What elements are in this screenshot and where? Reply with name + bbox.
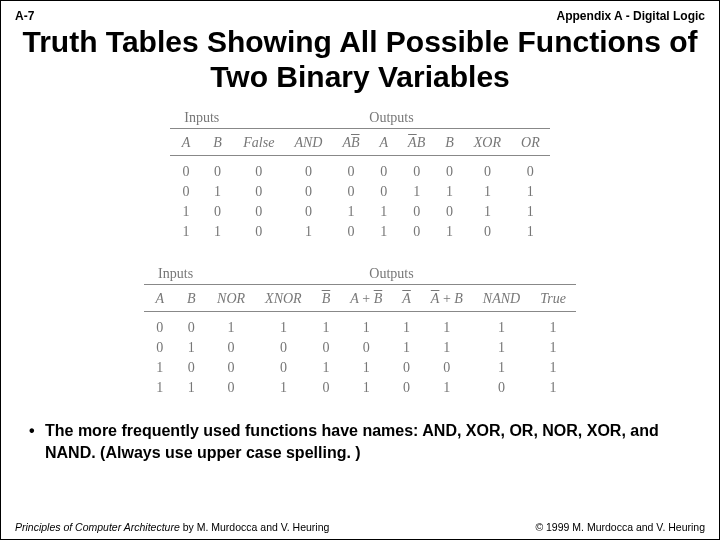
truth-tables: Inputs Outputs A B False AND AB A AB B X… <box>1 104 719 406</box>
truth-table-1: Inputs Outputs A B False AND AB A AB B X… <box>170 108 549 242</box>
col-B: B <box>176 285 208 312</box>
col-a-notb: AB <box>332 129 369 156</box>
col-notb: B <box>312 285 341 312</box>
table-row: 00 11111111 <box>144 312 576 339</box>
table-row: 11 01010101 <box>144 378 576 398</box>
group-inputs: Inputs <box>144 264 207 285</box>
page-number: A-7 <box>15 9 34 23</box>
table1-body: 00 00000000 01 00001111 10 00110011 11 0… <box>170 156 549 243</box>
group-outputs: Outputs <box>207 264 576 285</box>
col-xnor: XNOR <box>255 285 312 312</box>
col-nand: NAND <box>473 285 530 312</box>
col-nor: NOR <box>207 285 255 312</box>
col-A: A <box>144 285 176 312</box>
page-title: Truth Tables Showing All Possible Functi… <box>1 23 719 104</box>
table-row: 10 00110011 <box>144 358 576 378</box>
table-row: 11 01010101 <box>170 222 549 242</box>
table-row: 01 00001111 <box>170 182 549 202</box>
col-xor: XOR <box>464 129 511 156</box>
col-or: OR <box>511 129 550 156</box>
slide-header: A-7 Appendix A - Digital Logic <box>1 1 719 23</box>
col-false: False <box>233 129 284 156</box>
col-nota-plus-b: A + B <box>421 285 473 312</box>
table-row: 00 00000000 <box>170 156 549 183</box>
col-a-plus-notb: A + B <box>340 285 392 312</box>
group-outputs: Outputs <box>233 108 549 129</box>
col-and: AND <box>284 129 332 156</box>
table-row: 10 00110011 <box>170 202 549 222</box>
appendix-label: Appendix A - Digital Logic <box>557 9 705 23</box>
table-row: 01 00001111 <box>144 338 576 358</box>
bullet-note: •The more frequently used functions have… <box>1 406 719 463</box>
col-nota-b: AB <box>398 129 435 156</box>
bullet-icon: • <box>29 420 45 442</box>
col-b: B <box>435 129 464 156</box>
slide-footer: Principles of Computer Architecture by M… <box>1 521 719 533</box>
footer-copyright: © 1999 M. Murdocca and V. Heuring <box>535 521 705 533</box>
group-inputs: Inputs <box>170 108 233 129</box>
col-a: A <box>370 129 399 156</box>
book-title: Principles of Computer Architecture <box>15 521 180 533</box>
table2-body: 00 11111111 01 00001111 10 00110011 11 0… <box>144 312 576 399</box>
truth-table-2: Inputs Outputs A B NOR XNOR B A + B A A … <box>144 264 576 398</box>
footer-left: Principles of Computer Architecture by M… <box>15 521 329 533</box>
col-nota: A <box>392 285 421 312</box>
col-true: True <box>530 285 576 312</box>
col-B: B <box>202 129 234 156</box>
book-authors: by M. Murdocca and V. Heuring <box>180 521 330 533</box>
bullet-text: The more frequently used functions have … <box>45 422 659 461</box>
col-A: A <box>170 129 202 156</box>
